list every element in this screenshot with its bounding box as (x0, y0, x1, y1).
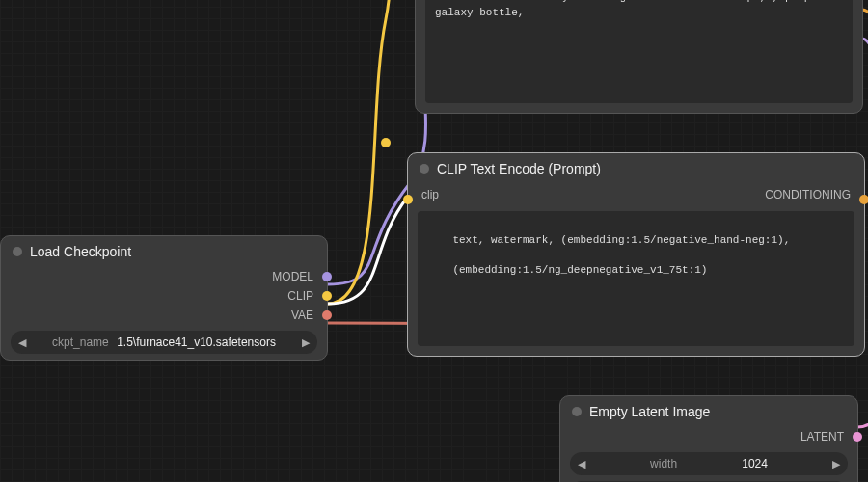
collapse-dot-icon (572, 407, 582, 416)
chevron-right-icon[interactable]: ▶ (302, 336, 310, 349)
node-clip-text-encode-top[interactable]: beautiful scenery nature glass bottle la… (415, 0, 863, 114)
node-title-text: Empty Latent Image (589, 404, 710, 419)
input-clip[interactable]: clip (421, 188, 439, 201)
width-stepper[interactable]: ◀ width 1024 ▶ (570, 452, 848, 475)
chevron-left-icon[interactable]: ◀ (18, 336, 26, 349)
svg-point-0 (381, 138, 391, 147)
node-title: Load Checkpoint (1, 236, 327, 267)
port-conditioning-icon[interactable] (859, 195, 868, 204)
io-row: clip CONDITIONING (408, 184, 864, 205)
output-conditioning[interactable]: CONDITIONING (765, 188, 851, 201)
node-clip-text-encode[interactable]: CLIP Text Encode (Prompt) clip CONDITION… (407, 152, 865, 357)
output-model[interactable]: MODEL (1, 267, 327, 286)
collapse-dot-icon (13, 247, 22, 256)
port-clip-icon[interactable] (403, 195, 413, 204)
port-latent-icon[interactable] (853, 432, 862, 442)
port-vae-icon[interactable] (322, 310, 332, 320)
output-clip[interactable]: CLIP (1, 286, 327, 306)
output-latent[interactable]: LATENT (560, 427, 857, 446)
ckpt-name-selector[interactable]: ◀ ckpt_name 1.5\furnace41_v10.safetensor… (11, 331, 317, 354)
node-title-text: CLIP Text Encode (Prompt) (437, 161, 601, 176)
chevron-right-icon[interactable]: ▶ (832, 458, 840, 470)
prompt-textarea[interactable]: beautiful scenery nature glass bottle la… (425, 0, 853, 103)
node-title-text: Load Checkpoint (30, 244, 131, 259)
node-title: Empty Latent Image (560, 396, 857, 427)
node-title: CLIP Text Encode (Prompt) (408, 153, 864, 184)
prompt-textarea[interactable]: text, watermark, (embedding:1.5/negative… (418, 211, 854, 346)
chevron-left-icon[interactable]: ◀ (578, 458, 585, 470)
output-vae[interactable]: VAE (1, 306, 327, 325)
node-load-checkpoint[interactable]: Load Checkpoint MODEL CLIP VAE ◀ ckpt_na… (0, 235, 328, 361)
port-model-icon[interactable] (322, 272, 332, 281)
node-empty-latent-image[interactable]: Empty Latent Image LATENT ◀ width 1024 ▶… (559, 395, 858, 482)
port-clip-icon[interactable] (322, 291, 332, 301)
collapse-dot-icon (420, 164, 429, 174)
